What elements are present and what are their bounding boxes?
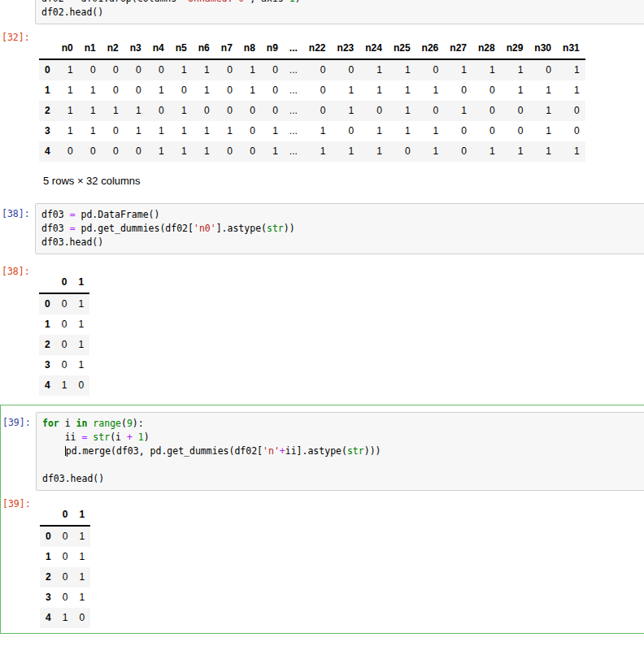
code-line: df02.head() xyxy=(41,6,644,20)
df-value-cell: 1 xyxy=(73,547,90,567)
dataframe-table-39: 01001101201301410 xyxy=(40,505,644,628)
df-column-header: 0 xyxy=(57,505,74,526)
df-index-cell: 3 xyxy=(40,587,57,608)
code-line: df02 = df01.drop(columns='Unnamed: 0', a… xyxy=(41,0,644,6)
df-index-cell: 3 xyxy=(39,355,56,375)
code-token: ].astype( xyxy=(216,223,267,234)
input-prompt-39: [39]: xyxy=(1,412,36,429)
df-value-cell: 0 xyxy=(332,121,360,141)
df-value-cell: 1 xyxy=(416,80,445,101)
code-token: ): xyxy=(133,418,144,429)
code-token: 1 xyxy=(138,431,144,443)
df-value-cell: 0 xyxy=(124,141,147,162)
df-value-cell: 1 xyxy=(529,80,557,101)
df-column-header: n24 xyxy=(359,38,388,59)
df-value-cell: 1 xyxy=(193,121,215,141)
df-column-header: n22 xyxy=(303,38,332,59)
df-row: 201 xyxy=(39,335,89,355)
df-value-cell: 1 xyxy=(359,121,388,141)
df-column-header: n1 xyxy=(79,38,102,59)
df-value-cell: 0 xyxy=(261,80,284,101)
df-column-header: n6 xyxy=(193,38,215,59)
df-value-cell: 0 xyxy=(124,80,147,101)
code-input-area-39[interactable]: for i in range(9): ii = str(i + 1) pd.me… xyxy=(36,412,644,491)
df-column-header: 1 xyxy=(72,272,89,293)
df-value-cell: 1 xyxy=(56,59,79,80)
df-value-cell: 0 xyxy=(472,121,501,141)
df-index-cell: 4 xyxy=(39,141,56,162)
df-value-cell: 1 xyxy=(444,101,472,121)
code-token: , axis xyxy=(250,0,284,4)
df-value-cell: 1 xyxy=(79,101,102,121)
df-value-cell: 1 xyxy=(303,141,332,162)
df-value-cell: 1 xyxy=(56,80,79,101)
df-value-cell: 0 xyxy=(416,59,445,80)
df-value-cell: 1 xyxy=(444,59,472,80)
df-value-cell: 1 xyxy=(388,80,416,101)
df-value-cell: 1 xyxy=(170,141,193,162)
df-value-cell: 1 xyxy=(73,526,90,547)
code-input-area-38[interactable]: df03 = pd.DataFrame()df03 = pd.get_dummi… xyxy=(35,203,644,254)
df-row: 01000011010...0011011101 xyxy=(39,59,585,80)
output-content-32: n0n1n2n3n4n5n6n7n8n9...n22n23n24n25n26n2… xyxy=(39,30,644,187)
selected-cell-39[interactable]: [39]: for i in range(9): ii = str(i + 1)… xyxy=(0,405,644,634)
df-value-cell: 0 xyxy=(147,101,170,121)
df-column-header: n3 xyxy=(124,38,147,59)
df-value-cell: 0 xyxy=(472,80,501,101)
code-token: df02.head() xyxy=(41,7,103,18)
df-index-cell: 4 xyxy=(39,375,56,396)
code-token xyxy=(133,431,138,443)
df-value-cell: 0 xyxy=(416,101,445,121)
code-token: 'Unnamed: 0' xyxy=(182,0,250,4)
output-prompt-39: [39]: xyxy=(1,496,36,510)
df-row: 001 xyxy=(40,526,90,547)
code-token: str xyxy=(93,431,110,443)
output-content-38: 01001101201301410 xyxy=(39,264,644,396)
df-value-cell: 1 xyxy=(170,121,193,141)
code-token: = xyxy=(70,0,76,4)
code-token: (i xyxy=(110,431,127,443)
df-index-cell: 2 xyxy=(40,567,57,587)
df-value-cell: 0 xyxy=(56,314,73,335)
df-value-cell: 1 xyxy=(102,101,124,121)
df-column-header: n9 xyxy=(261,38,284,59)
df-value-cell: 1 xyxy=(193,59,215,80)
df-value-cell: 1 xyxy=(124,101,147,121)
df-value-cell: 0 xyxy=(56,335,73,355)
code-input-area-top[interactable]: df02 = df01.drop(columns='Unnamed: 0', a… xyxy=(35,0,644,24)
df-value-cell: 1 xyxy=(79,121,102,141)
df-row: 301 xyxy=(40,587,90,608)
df-row: 31101111101...1011100010 xyxy=(39,121,585,141)
df-value-cell: 1 xyxy=(529,101,557,121)
df-value-cell: 0 xyxy=(57,567,74,587)
df-value-cell: 0 xyxy=(472,101,501,121)
df-value-cell: ... xyxy=(284,141,303,162)
df-value-cell: 0 xyxy=(72,375,89,396)
code-token: 'n' xyxy=(263,445,280,457)
df-value-cell: 0 xyxy=(388,141,416,162)
df-value-cell: 0 xyxy=(56,293,73,314)
df-value-cell: 1 xyxy=(56,375,73,396)
df-column-header: 0 xyxy=(56,272,73,293)
df-row: 101 xyxy=(39,314,89,335)
df-row: 11100101010...0111100111 xyxy=(39,80,585,101)
df-value-cell: 0 xyxy=(147,59,170,80)
code-line xyxy=(42,458,644,472)
code-token: )) xyxy=(284,223,295,234)
code-token: df03 xyxy=(41,223,70,234)
notebook: df02 = df01.drop(columns='Unnamed: 0', a… xyxy=(0,0,644,634)
df-value-cell: 1 xyxy=(72,314,89,335)
df-value-cell: 0 xyxy=(215,59,238,80)
df-column-header: n31 xyxy=(557,38,585,59)
df-value-cell: 0 xyxy=(261,59,284,80)
df-index-cell: 0 xyxy=(39,59,56,80)
df-value-cell: 1 xyxy=(79,80,102,101)
df-column-header: n29 xyxy=(501,38,529,59)
df-value-cell: 1 xyxy=(332,80,360,101)
df-value-cell: 1 xyxy=(332,141,360,162)
code-token: ii].astype( xyxy=(285,445,347,457)
df-value-cell: 1 xyxy=(501,80,529,101)
df-value-cell: 0 xyxy=(261,101,284,121)
df-value-cell: ... xyxy=(284,59,303,80)
df-value-cell: 0 xyxy=(102,80,124,101)
